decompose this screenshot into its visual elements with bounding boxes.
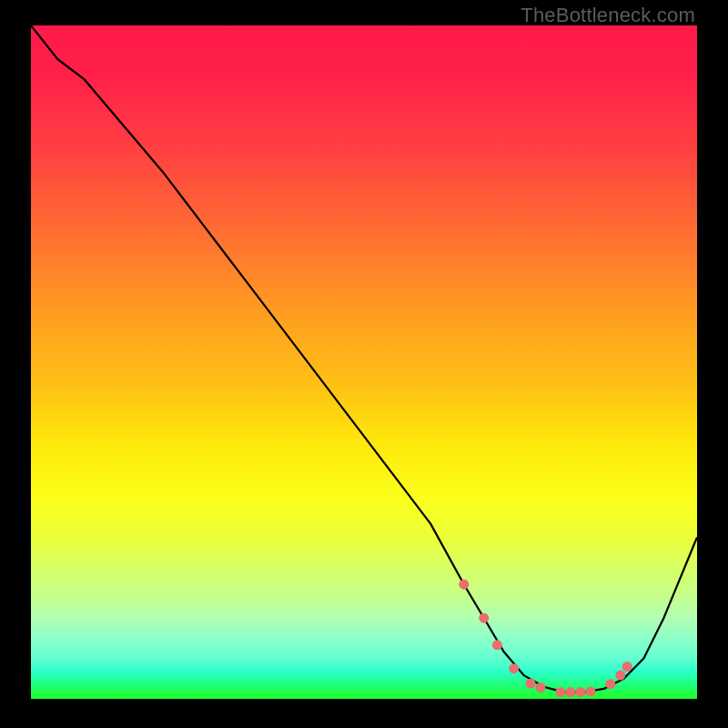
optimal-marker — [479, 613, 489, 623]
optimal-marker — [565, 687, 575, 697]
optimal-zone-markers — [459, 580, 632, 697]
optimal-marker — [605, 679, 615, 689]
optimal-marker — [615, 671, 625, 681]
optimal-marker — [492, 640, 502, 650]
optimal-marker — [536, 682, 546, 693]
watermark-text: TheBottleneck.com — [521, 4, 695, 27]
optimal-marker — [459, 580, 469, 590]
optimal-marker — [555, 687, 565, 697]
optimal-marker — [526, 679, 536, 689]
optimal-marker — [575, 687, 585, 697]
chart-svg — [31, 25, 697, 699]
optimal-marker — [622, 662, 632, 672]
optimal-marker — [509, 663, 519, 673]
bottleneck-curve — [31, 25, 697, 693]
optimal-marker — [585, 686, 595, 696]
